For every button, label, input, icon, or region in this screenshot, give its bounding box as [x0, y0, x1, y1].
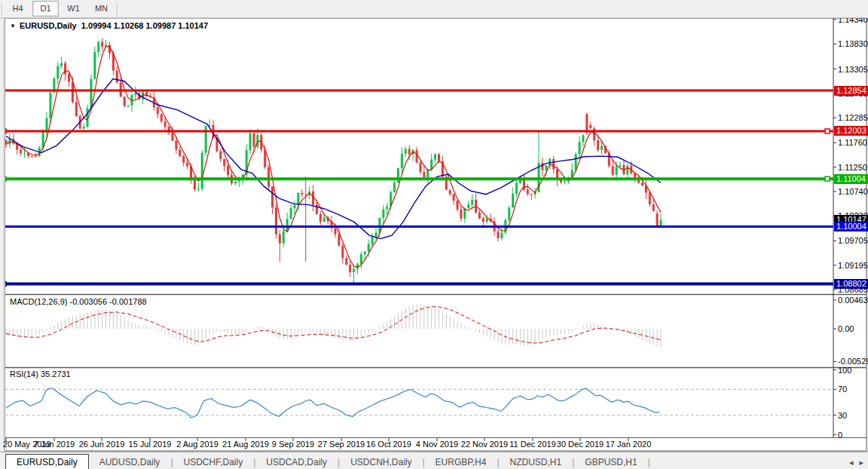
ohlc-open: 1.09994: [81, 21, 112, 30]
toolbar-separator: [2, 3, 2, 15]
tab-audusd-daily[interactable]: AUDUSD,Daily: [89, 455, 171, 469]
ohlc-close: 1.10147: [178, 21, 208, 30]
price-label-1.13305: 1.13305: [838, 65, 868, 74]
tab-gbpusd-h1[interactable]: GBPUSD,H1: [574, 455, 647, 469]
tab-scroll-left-icon[interactable]: ◂: [849, 455, 854, 469]
date-label: 17 Jan 2020: [606, 440, 652, 449]
price-badge-1.12854: 1.12854: [834, 86, 868, 96]
date-label: 30 Dec 2019: [557, 440, 604, 449]
timeframe-button-mn[interactable]: MN: [88, 1, 115, 17]
date-label: 9 Sep 2019: [272, 440, 314, 449]
macd-axis-label-0.00463: 0.00463: [838, 296, 868, 305]
chart-title: ▼EURUSD,Daily 1.09994 1.10268 1.09987 1.…: [10, 21, 208, 30]
price-label-1.11760: 1.11760: [838, 138, 867, 147]
price-label-1.09705: 1.09705: [838, 236, 868, 245]
price-badge-1.10004: 1.10004: [834, 222, 868, 231]
tab-scroll-arrows: ◂ ▸: [849, 455, 863, 469]
macd-label: MACD(12,26,9) -0.003056 -0.001788: [10, 297, 147, 306]
date-label: 26 Jun 2019: [79, 440, 125, 449]
ohlc-high: 1.10268: [114, 21, 144, 30]
date-label: 16 Oct 2019: [366, 440, 411, 449]
timeframe-toolbar: H4D1W1MN: [0, 0, 868, 18]
rsi-axis-label-30: 30: [838, 411, 847, 420]
date-label: 15 Jul 2019: [129, 440, 172, 449]
timeframe-button-d1[interactable]: D1: [32, 1, 59, 17]
symbol-dropdown-icon[interactable]: ▼: [10, 23, 16, 29]
ohlc-low: 1.09987: [146, 21, 176, 30]
tab-eurgbp-h4[interactable]: EURGBP,H4: [425, 455, 497, 469]
tab-usdchf-daily[interactable]: USDCHF,Daily: [173, 455, 254, 469]
rsi-value: 35.2731: [41, 369, 71, 379]
date-label: 21 Aug 2019: [222, 440, 269, 449]
timeframe-button-h4[interactable]: H4: [5, 1, 31, 17]
date-label: 27 Sep 2019: [318, 440, 365, 449]
macd-values: -0.003056 -0.001788: [69, 297, 146, 306]
hline-right-marker[interactable]: [825, 176, 830, 181]
chart-symbol: EURUSD,Daily: [20, 21, 77, 30]
price-label-1.09195: 1.09195: [838, 261, 868, 270]
date-label: 4 Nov 2019: [416, 440, 458, 449]
price-badge-1.11004: 1.11004: [834, 174, 868, 184]
price-label-1.13830: 1.13830: [838, 39, 868, 48]
price-label-1.11250: 1.11250: [838, 163, 867, 172]
tab-usdcnh-daily[interactable]: USDCNH,Daily: [340, 455, 422, 469]
price-label-1.10740: 1.10740: [838, 187, 868, 196]
rsi-label: RSI(14) 35.2731: [10, 369, 71, 379]
price-badge-1.12003: 1.12003: [834, 126, 868, 136]
chart-canvas[interactable]: [0, 0, 868, 469]
price-label-1.12285: 1.12285: [838, 113, 868, 122]
window-left-frame: [0, 17, 5, 452]
tab-scroll-right-icon[interactable]: ▸: [859, 455, 863, 469]
tab-separator: |: [648, 455, 650, 469]
hline-right-marker[interactable]: [825, 129, 830, 133]
tab-nzdusd-h1[interactable]: NZDUSD,H1: [500, 455, 573, 469]
timeframe-button-group: H4D1W1MN: [4, 1, 115, 17]
date-label: 2 Aug 2019: [176, 440, 219, 449]
macd-axis-label-0.00: 0.00: [838, 324, 854, 333]
toolbar-separator: [117, 2, 118, 17]
rsi-axis-label-0: 0: [838, 431, 842, 440]
rsi-axis-label-100: 100: [838, 366, 851, 375]
tab-usdcad-daily[interactable]: USDCAD,Daily: [255, 455, 338, 469]
chart-tab-bar: EURUSD,DailyAUDUSD,Daily|USDCHF,Daily|US…: [0, 452, 868, 469]
tab-eurusd-daily[interactable]: EURUSD,Daily: [5, 454, 89, 469]
date-label: 7 Jun 2019: [34, 440, 75, 449]
chart-tabs: EURUSD,DailyAUDUSD,Daily|USDCHF,Daily|US…: [0, 453, 650, 469]
rsi-axis-label-70: 70: [838, 385, 847, 394]
terminal-window: H4D1W1MN ▼EURUSD,Daily 1.09994 1.10268 1…: [0, 0, 868, 469]
price-badge-1.08802: 1.08802: [834, 279, 868, 289]
chart-window-frame: [1, 18, 866, 451]
timeframe-button-w1[interactable]: W1: [60, 1, 87, 17]
date-label: 22 Nov 2019: [461, 440, 508, 449]
date-label: 11 Dec 2019: [509, 440, 556, 449]
